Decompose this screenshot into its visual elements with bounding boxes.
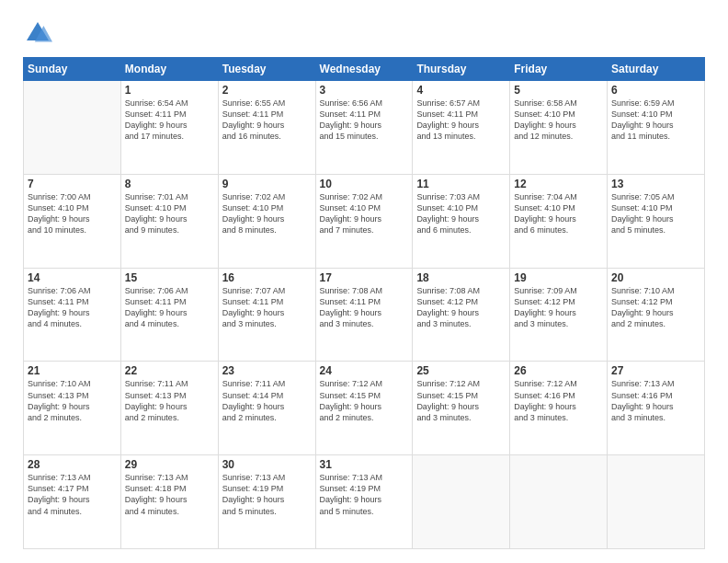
calendar-cell: 15Sunrise: 7:06 AM Sunset: 4:11 PM Dayli… xyxy=(120,268,218,362)
day-info: Sunrise: 7:06 AM Sunset: 4:11 PM Dayligh… xyxy=(125,285,214,330)
day-number: 3 xyxy=(320,84,409,97)
day-info: Sunrise: 7:12 AM Sunset: 4:16 PM Dayligh… xyxy=(514,378,603,423)
calendar-cell: 13Sunrise: 7:05 AM Sunset: 4:10 PM Dayli… xyxy=(608,174,705,268)
day-number: 2 xyxy=(222,84,312,97)
day-info: Sunrise: 7:01 AM Sunset: 4:10 PM Dayligh… xyxy=(125,191,214,236)
calendar-header-row: SundayMondayTuesdayWednesdayThursdayFrid… xyxy=(24,58,705,81)
day-number: 22 xyxy=(125,364,214,377)
day-info: Sunrise: 7:10 AM Sunset: 4:13 PM Dayligh… xyxy=(28,378,117,423)
calendar-cell: 11Sunrise: 7:03 AM Sunset: 4:10 PM Dayli… xyxy=(413,174,510,268)
calendar-cell: 9Sunrise: 7:02 AM Sunset: 4:10 PM Daylig… xyxy=(218,174,315,268)
calendar-cell: 19Sunrise: 7:09 AM Sunset: 4:12 PM Dayli… xyxy=(510,268,608,362)
day-number: 25 xyxy=(416,364,506,377)
day-info: Sunrise: 7:02 AM Sunset: 4:10 PM Dayligh… xyxy=(320,191,409,236)
day-number: 20 xyxy=(611,271,700,284)
day-number: 26 xyxy=(514,364,603,377)
page: SundayMondayTuesdayWednesdayThursdayFrid… xyxy=(0,0,728,563)
day-number: 23 xyxy=(222,364,312,377)
day-info: Sunrise: 7:12 AM Sunset: 4:15 PM Dayligh… xyxy=(320,378,409,423)
day-number: 27 xyxy=(611,364,700,377)
calendar-cell xyxy=(413,455,510,549)
day-number: 15 xyxy=(125,271,214,284)
calendar-cell: 22Sunrise: 7:11 AM Sunset: 4:13 PM Dayli… xyxy=(120,362,218,455)
calendar-cell: 31Sunrise: 7:13 AM Sunset: 4:19 PM Dayli… xyxy=(315,455,413,549)
day-number: 31 xyxy=(320,458,409,471)
day-number: 7 xyxy=(28,178,117,190)
calendar-cell: 14Sunrise: 7:06 AM Sunset: 4:11 PM Dayli… xyxy=(24,268,121,362)
calendar-cell: 7Sunrise: 7:00 AM Sunset: 4:10 PM Daylig… xyxy=(24,174,121,268)
week-row-1: 1Sunrise: 6:54 AM Sunset: 4:11 PM Daylig… xyxy=(24,81,705,175)
day-info: Sunrise: 7:06 AM Sunset: 4:11 PM Dayligh… xyxy=(28,285,117,330)
calendar-cell: 8Sunrise: 7:01 AM Sunset: 4:10 PM Daylig… xyxy=(120,174,218,268)
day-number: 8 xyxy=(125,178,214,190)
day-info: Sunrise: 7:08 AM Sunset: 4:11 PM Dayligh… xyxy=(320,285,409,330)
calendar-header-saturday: Saturday xyxy=(608,58,705,81)
day-info: Sunrise: 7:13 AM Sunset: 4:18 PM Dayligh… xyxy=(125,472,214,517)
day-number: 18 xyxy=(416,271,506,284)
calendar-cell: 10Sunrise: 7:02 AM Sunset: 4:10 PM Dayli… xyxy=(315,174,413,268)
day-info: Sunrise: 7:11 AM Sunset: 4:13 PM Dayligh… xyxy=(125,378,214,423)
day-info: Sunrise: 6:57 AM Sunset: 4:11 PM Dayligh… xyxy=(416,98,506,143)
day-info: Sunrise: 6:59 AM Sunset: 4:10 PM Dayligh… xyxy=(611,98,700,143)
day-number: 11 xyxy=(416,178,506,190)
day-info: Sunrise: 7:03 AM Sunset: 4:10 PM Dayligh… xyxy=(416,191,506,236)
day-info: Sunrise: 7:11 AM Sunset: 4:14 PM Dayligh… xyxy=(222,378,312,423)
day-info: Sunrise: 7:02 AM Sunset: 4:10 PM Dayligh… xyxy=(222,191,312,236)
day-number: 30 xyxy=(222,458,312,471)
day-number: 4 xyxy=(416,84,506,97)
week-row-2: 7Sunrise: 7:00 AM Sunset: 4:10 PM Daylig… xyxy=(24,174,705,268)
calendar-table: SundayMondayTuesdayWednesdayThursdayFrid… xyxy=(23,57,705,549)
calendar-cell: 1Sunrise: 6:54 AM Sunset: 4:11 PM Daylig… xyxy=(120,81,218,175)
logo-icon xyxy=(23,18,52,48)
week-row-3: 14Sunrise: 7:06 AM Sunset: 4:11 PM Dayli… xyxy=(24,268,705,362)
day-info: Sunrise: 7:10 AM Sunset: 4:12 PM Dayligh… xyxy=(611,285,700,330)
day-number: 1 xyxy=(125,84,214,97)
header xyxy=(23,18,705,48)
calendar-header-friday: Friday xyxy=(510,58,608,81)
calendar-cell: 20Sunrise: 7:10 AM Sunset: 4:12 PM Dayli… xyxy=(608,268,705,362)
day-info: Sunrise: 6:58 AM Sunset: 4:10 PM Dayligh… xyxy=(514,98,603,143)
calendar-header-thursday: Thursday xyxy=(413,58,510,81)
day-number: 21 xyxy=(28,364,117,377)
day-number: 29 xyxy=(125,458,214,471)
calendar-cell: 29Sunrise: 7:13 AM Sunset: 4:18 PM Dayli… xyxy=(120,455,218,549)
day-info: Sunrise: 6:55 AM Sunset: 4:11 PM Dayligh… xyxy=(222,98,312,143)
calendar-cell xyxy=(608,455,705,549)
calendar-cell: 21Sunrise: 7:10 AM Sunset: 4:13 PM Dayli… xyxy=(24,362,121,455)
day-number: 10 xyxy=(320,178,409,190)
day-number: 19 xyxy=(514,271,603,284)
calendar-cell: 4Sunrise: 6:57 AM Sunset: 4:11 PM Daylig… xyxy=(413,81,510,175)
day-number: 5 xyxy=(514,84,603,97)
calendar-cell: 24Sunrise: 7:12 AM Sunset: 4:15 PM Dayli… xyxy=(315,362,413,455)
day-info: Sunrise: 7:12 AM Sunset: 4:15 PM Dayligh… xyxy=(416,378,506,423)
week-row-5: 28Sunrise: 7:13 AM Sunset: 4:17 PM Dayli… xyxy=(24,455,705,549)
day-number: 12 xyxy=(514,178,603,190)
calendar-cell: 17Sunrise: 7:08 AM Sunset: 4:11 PM Dayli… xyxy=(315,268,413,362)
day-info: Sunrise: 7:05 AM Sunset: 4:10 PM Dayligh… xyxy=(611,191,700,236)
day-number: 28 xyxy=(28,458,117,471)
day-info: Sunrise: 7:13 AM Sunset: 4:17 PM Dayligh… xyxy=(28,472,117,517)
calendar-cell: 25Sunrise: 7:12 AM Sunset: 4:15 PM Dayli… xyxy=(413,362,510,455)
day-number: 6 xyxy=(611,84,700,97)
calendar-cell xyxy=(510,455,608,549)
day-info: Sunrise: 6:54 AM Sunset: 4:11 PM Dayligh… xyxy=(125,98,214,143)
calendar-cell: 18Sunrise: 7:08 AM Sunset: 4:12 PM Dayli… xyxy=(413,268,510,362)
calendar-cell: 23Sunrise: 7:11 AM Sunset: 4:14 PM Dayli… xyxy=(218,362,315,455)
week-row-4: 21Sunrise: 7:10 AM Sunset: 4:13 PM Dayli… xyxy=(24,362,705,455)
calendar-cell: 27Sunrise: 7:13 AM Sunset: 4:16 PM Dayli… xyxy=(608,362,705,455)
day-info: Sunrise: 6:56 AM Sunset: 4:11 PM Dayligh… xyxy=(320,98,409,143)
day-info: Sunrise: 7:04 AM Sunset: 4:10 PM Dayligh… xyxy=(514,191,603,236)
day-number: 24 xyxy=(320,364,409,377)
day-number: 16 xyxy=(222,271,312,284)
calendar-header-sunday: Sunday xyxy=(24,58,121,81)
logo xyxy=(23,18,58,48)
day-info: Sunrise: 7:08 AM Sunset: 4:12 PM Dayligh… xyxy=(416,285,506,330)
calendar-cell: 12Sunrise: 7:04 AM Sunset: 4:10 PM Dayli… xyxy=(510,174,608,268)
day-number: 9 xyxy=(222,178,312,190)
day-info: Sunrise: 7:07 AM Sunset: 4:11 PM Dayligh… xyxy=(222,285,312,330)
calendar-cell: 3Sunrise: 6:56 AM Sunset: 4:11 PM Daylig… xyxy=(315,81,413,175)
day-number: 17 xyxy=(320,271,409,284)
calendar-cell: 6Sunrise: 6:59 AM Sunset: 4:10 PM Daylig… xyxy=(608,81,705,175)
calendar-cell: 30Sunrise: 7:13 AM Sunset: 4:19 PM Dayli… xyxy=(218,455,315,549)
calendar-header-wednesday: Wednesday xyxy=(315,58,413,81)
